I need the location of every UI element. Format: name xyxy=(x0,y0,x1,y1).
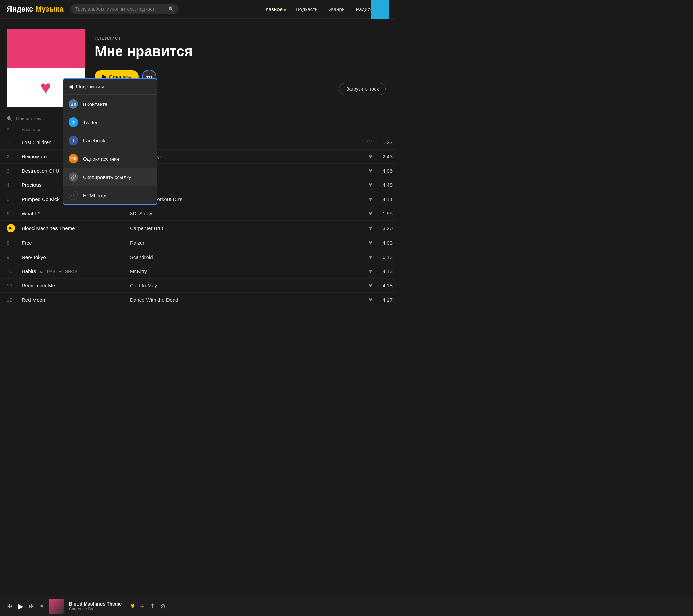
track-like-cell[interactable]: ♥ xyxy=(349,178,376,192)
back-arrow-icon: ◀ xyxy=(69,83,73,90)
nav-glavnoe[interactable]: Главное xyxy=(263,6,285,12)
track-title-cell: Neo-Tokyo xyxy=(18,250,126,264)
avatar[interactable] xyxy=(371,0,389,19)
search-bar[interactable]: 🔍 xyxy=(71,4,179,14)
track-num: 2 xyxy=(0,150,18,164)
track-name: Pumped Up Kick xyxy=(22,196,60,202)
heart-icon[interactable]: ♥ xyxy=(369,239,372,246)
heart-icon[interactable]: ♥ xyxy=(369,253,372,260)
heart-icon[interactable]: ♥ xyxy=(369,268,372,274)
html-icon: <> xyxy=(69,191,78,200)
track-title-cell: What If? xyxy=(18,207,126,221)
track-duration: 4:17 xyxy=(376,293,396,307)
track-like-cell[interactable]: ♥ xyxy=(349,164,376,178)
track-name: Precious xyxy=(22,182,41,188)
nav-podcasts[interactable]: Подкасты xyxy=(296,6,319,12)
table-row[interactable]: 11 Remember Me Cold In May ♥ 4:18 xyxy=(0,278,396,293)
track-name: Free xyxy=(22,240,32,246)
track-num: 5 xyxy=(0,192,18,207)
track-num: ▶ xyxy=(0,221,18,236)
track-artist: Mr.Kitty xyxy=(126,135,349,150)
track-like-cell[interactable]: ♥ xyxy=(349,278,376,293)
track-artist: Cold In May xyxy=(126,278,349,293)
table-row[interactable]: 3 Destruction Of U Mr.Kitty ♥ 4:06 xyxy=(0,164,396,178)
copy-link[interactable]: 🔗 Скопировать ссылку xyxy=(63,168,157,186)
table-row[interactable]: 10 Habits feat. PASTEL GHOST Mr.Kitty ♥ … xyxy=(0,264,396,278)
track-name: Destruction Of U xyxy=(22,168,59,174)
track-num: 1 xyxy=(0,135,18,150)
track-num: 9 xyxy=(0,250,18,264)
heart-icon[interactable]: ♥ xyxy=(369,153,372,160)
share-facebook[interactable]: f Facebook xyxy=(63,131,157,150)
track-duration: 4:06 xyxy=(376,164,396,178)
col-artist: Исполнитель xyxy=(126,124,349,135)
heart-icon[interactable]: ♥ xyxy=(369,282,372,289)
track-artist: Король и Шут xyxy=(126,150,349,164)
track-title-cell: Red Moon xyxy=(18,293,126,307)
track-num: 6 xyxy=(0,207,18,221)
table-row[interactable]: 1 Lost Children Mr.Kitty ♡ 5:27 xyxy=(0,135,396,150)
track-search[interactable]: 🔍 xyxy=(0,113,396,124)
track-name: Red Moon xyxy=(22,297,45,303)
track-like-cell[interactable]: ♥ xyxy=(349,150,376,164)
upload-track-button[interactable]: Загрузить трек xyxy=(339,83,386,95)
heart-icon[interactable]: ♥ xyxy=(369,225,372,231)
col-num: # xyxy=(0,124,18,135)
table-row[interactable]: 12 Red Moon Dance With the Dead ♥ 4:17 xyxy=(0,293,396,307)
track-like-cell[interactable]: ♥ xyxy=(349,192,376,207)
heart-icon[interactable]: ♥ xyxy=(369,196,372,203)
heart-icon[interactable]: ♡ xyxy=(367,139,372,146)
track-search-icon: 🔍 xyxy=(7,116,13,121)
track-like-cell[interactable]: ♥ xyxy=(349,207,376,221)
table-row[interactable]: 6 What If? 8D, Snow ♥ 1:55 xyxy=(0,207,396,221)
share-vk[interactable]: ВК ВКонтакте xyxy=(63,95,157,113)
heart-icon[interactable]: ♥ xyxy=(369,167,372,174)
table-row[interactable]: 2 Некромант Король и Шут ♥ 2:43 xyxy=(0,150,396,164)
track-duration: 4:13 xyxy=(376,264,396,278)
track-like-cell[interactable]: ♥ xyxy=(349,250,376,264)
track-duration: 1:55 xyxy=(376,207,396,221)
track-num: 4 xyxy=(0,178,18,192)
heart-icon[interactable]: ♥ xyxy=(369,210,372,217)
nav-genres[interactable]: Жанры xyxy=(329,6,346,12)
track-like-cell[interactable]: ♥ xyxy=(349,221,376,236)
track-artist: Fitness & Workout DJ's xyxy=(126,192,349,207)
track-like-cell[interactable]: ♥ xyxy=(349,293,376,307)
track-num: 12 xyxy=(0,293,18,307)
track-artist: Carpenter Brut xyxy=(126,221,349,236)
share-odnoklassniki[interactable]: ОК Одноклассники xyxy=(63,150,157,168)
track-title-cell: Blood Machines Theme xyxy=(18,221,126,236)
track-like-cell[interactable]: ♡ xyxy=(349,135,376,150)
track-like-cell[interactable]: ♥ xyxy=(349,236,376,250)
playlist-info: ПЛЕЙЛИСТ Мне нравится ▶ Слушать ••• xyxy=(95,29,193,84)
heart-icon[interactable]: ♥ xyxy=(369,181,372,188)
twitter-icon: T xyxy=(69,117,78,127)
heart-icon[interactable]: ♥ xyxy=(369,296,372,303)
track-artist: Scandroid xyxy=(126,250,349,264)
table-row[interactable]: 9 Neo-Tokyo Scandroid ♥ 6:13 xyxy=(0,250,396,264)
dropdown-title: Поделиться xyxy=(76,83,104,89)
track-name: What If? xyxy=(22,211,41,216)
table-row[interactable]: ▶ Blood Machines Theme Carpenter Brut ♥ … xyxy=(0,221,396,236)
vk-label: ВКонтакте xyxy=(83,101,107,107)
track-artist: Mr.Kitty xyxy=(126,164,349,178)
share-twitter[interactable]: T Twitter xyxy=(63,113,157,131)
dropdown-back[interactable]: ◀ Поделиться xyxy=(63,78,157,95)
copy-link-label: Скопировать ссылку xyxy=(83,174,131,180)
track-artist: 8D, Snow xyxy=(126,207,349,221)
ok-label: Одноклассники xyxy=(83,156,119,162)
track-num: 10 xyxy=(0,264,18,278)
table-row[interactable]: 4 Precious Raizer ♥ 4:48 xyxy=(0,178,396,192)
html-code[interactable]: <> HTML-код xyxy=(63,186,157,205)
track-title-cell: Habits feat. PASTEL GHOST xyxy=(18,264,126,278)
track-duration: 4:18 xyxy=(376,278,396,293)
table-row[interactable]: 8 Free Raizer ♥ 4:03 xyxy=(0,236,396,250)
playlist-header: ♥ ПЛЕЙЛИСТ Мне нравится ▶ Слушать ••• За… xyxy=(0,19,396,113)
track-name: Некромант xyxy=(22,154,47,159)
ok-icon: ОК xyxy=(69,154,78,163)
track-like-cell[interactable]: ♥ xyxy=(349,264,376,278)
nav-radio[interactable]: Радио xyxy=(356,6,371,12)
track-name: Neo-Tokyo xyxy=(22,254,46,260)
search-input[interactable] xyxy=(75,6,166,12)
table-row[interactable]: 5 Pumped Up Kick Fitness & Workout DJ's … xyxy=(0,192,396,207)
